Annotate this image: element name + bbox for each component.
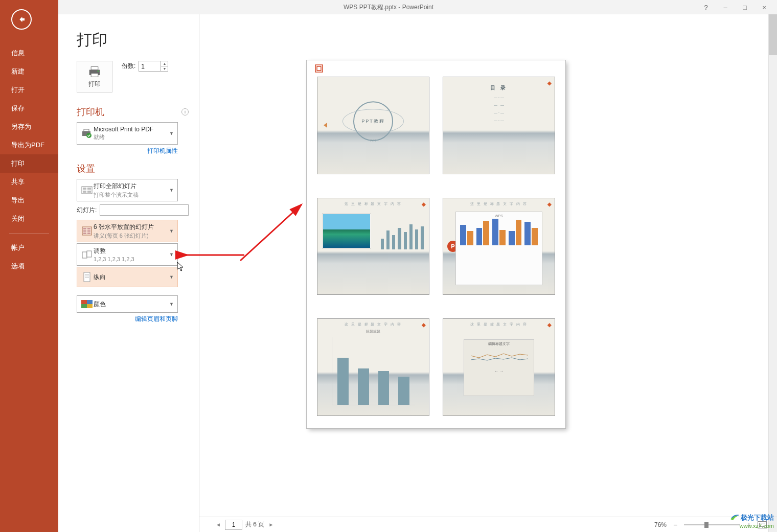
print-settings-panel: 打印 打印 份数: ▲▼ 打印机 i Microsoft Print (58, 14, 199, 532)
preview-scrollbar[interactable] (768, 14, 777, 532)
caret-icon: ▼ (169, 131, 174, 136)
title-bar: WPS PPT教程.pptx - PowerPoint ? – □ × (0, 0, 777, 14)
svg-rect-9 (87, 188, 91, 190)
slide3-bars (381, 214, 424, 249)
page-number-input[interactable] (225, 520, 242, 530)
svg-line-31 (240, 204, 302, 261)
bs-item-open[interactable]: 打开 (0, 81, 58, 99)
slide4-bars (458, 219, 540, 245)
preview-slide-5: ◆ 这 里 是 标 题 文 字 内 容 标题标题 (317, 318, 429, 416)
settings-section-header: 设置 (77, 163, 189, 175)
slides-all-icon (80, 185, 94, 195)
preview-footer: ◄ 共 6 页 ► 76% − + (199, 517, 777, 532)
layout-dropdown[interactable]: 6 张水平放置的幻灯片 讲义(每页 6 张幻灯片) ▼ (77, 220, 178, 242)
printer-status: 就绪 (94, 133, 169, 141)
page-total-label: 共 6 页 (245, 520, 264, 529)
bs-item-close[interactable]: 关闭 (0, 210, 58, 228)
svg-rect-28 (87, 304, 93, 308)
caret-icon: ▼ (169, 302, 174, 307)
svg-rect-2 (91, 73, 98, 77)
fit-to-window-button[interactable] (758, 521, 767, 528)
svg-rect-14 (87, 228, 90, 229)
annotation-arrow-2 (183, 248, 249, 265)
preview-slide-6: ◆ 这 里 是 标 题 文 字 内 容 编辑标题文字 ← → (443, 318, 555, 416)
color-dropdown[interactable]: 颜色 ▼ (77, 295, 178, 313)
bs-item-print[interactable]: 打印 (0, 154, 58, 173)
printer-section-header: 打印机 i (77, 106, 189, 118)
zoom-in-button[interactable]: + (745, 521, 752, 529)
copies-up[interactable]: ▲ (161, 61, 168, 66)
portrait-icon (80, 271, 94, 283)
back-button[interactable] (11, 9, 32, 30)
svg-point-3 (98, 70, 99, 72)
printer-dropdown[interactable]: Microsoft Print to PDF 就绪 ▼ (77, 122, 178, 145)
printer-name: Microsoft Print to PDF (94, 126, 169, 133)
collate-dropdown[interactable]: 调整 1,2,3 1,2,3 1,2,3 ▼ (77, 243, 178, 266)
printer-status-icon (80, 128, 94, 138)
svg-rect-29 (315, 65, 323, 72)
copies-input[interactable] (139, 61, 161, 71)
svg-point-6 (86, 133, 92, 138)
slides-range-input[interactable] (100, 204, 189, 216)
preview-page: PPT教程 PPT ◆ 目 录 — · —— · —— · —— · — ◆ 这… (307, 60, 565, 428)
svg-rect-26 (87, 300, 93, 304)
zoom-out-button[interactable]: − (672, 521, 679, 529)
svg-rect-27 (81, 304, 87, 308)
orientation-dropdown[interactable]: 纵向 ▼ (77, 267, 178, 287)
svg-rect-13 (83, 228, 86, 229)
svg-rect-8 (83, 188, 86, 190)
svg-rect-15 (83, 230, 86, 232)
print-preview-pane: PPT教程 PPT ◆ 目 录 — · —— · —— · —— · — ◆ 这… (199, 14, 777, 532)
bs-item-saveas[interactable]: 另存为 (0, 118, 58, 136)
bs-item-new[interactable]: 新建 (0, 62, 58, 81)
copies-spinner[interactable]: ▲▼ (139, 61, 168, 72)
bs-item-save[interactable]: 保存 (0, 99, 58, 118)
page-marker-icon (315, 64, 323, 73)
close-button[interactable]: × (755, 0, 774, 14)
bs-item-options[interactable]: 选项 (0, 257, 58, 275)
bs-item-info[interactable]: 信息 (0, 44, 58, 62)
preview-slide-3: ◆ 这 里 是 标 题 文 字 内 容 (317, 198, 429, 295)
svg-rect-18 (87, 233, 90, 234)
svg-rect-1 (91, 66, 98, 70)
printer-icon (87, 65, 102, 78)
preview-slide-4: ◆ 这 里 是 标 题 文 字 内 容 P WPS (443, 198, 555, 295)
copies-label: 份数: (122, 62, 135, 71)
bs-item-account[interactable]: 帐户 (0, 239, 58, 257)
caret-icon: ▼ (169, 252, 174, 257)
backstage-sidebar: 信息 新建 打开 保存 另存为 导出为PDF 打印 共享 导出 关闭 帐户 选项 (0, 0, 58, 532)
info-icon[interactable]: i (181, 108, 189, 115)
help-button[interactable]: ? (696, 0, 716, 14)
svg-rect-25 (81, 300, 87, 304)
maximize-button[interactable]: □ (735, 0, 755, 14)
collate-icon (80, 249, 94, 260)
caret-icon: ▼ (169, 228, 174, 234)
svg-rect-17 (83, 233, 86, 234)
color-icon (80, 300, 94, 308)
print-scope-dropdown[interactable]: 打印全部幻灯片 打印整个演示文稿 ▼ (77, 179, 178, 201)
slide6-lines (464, 346, 534, 367)
print-button[interactable]: 打印 (77, 61, 112, 92)
back-arrow-icon (17, 15, 26, 24)
prev-page-button[interactable]: ◄ (215, 521, 222, 528)
bs-item-export[interactable]: 导出 (0, 191, 58, 210)
svg-rect-10 (83, 191, 86, 193)
svg-rect-20 (87, 251, 92, 257)
svg-rect-19 (82, 252, 87, 258)
slides-range-label: 幻灯片: (77, 206, 97, 215)
svg-rect-21 (84, 272, 90, 282)
bs-item-share[interactable]: 共享 (0, 173, 58, 191)
minimize-button[interactable]: – (716, 0, 735, 14)
zoom-slider[interactable] (684, 524, 740, 525)
next-page-button[interactable]: ► (267, 521, 275, 528)
zoom-level-label: 76% (654, 521, 667, 528)
print-button-label: 打印 (88, 80, 101, 88)
header-footer-link[interactable]: 编辑页眉和页脚 (77, 315, 178, 323)
caret-icon: ▼ (169, 274, 174, 280)
bs-item-exportpdf[interactable]: 导出为PDF (0, 136, 58, 154)
svg-rect-16 (87, 230, 90, 232)
printer-properties-link[interactable]: 打印机属性 (77, 147, 178, 155)
caret-icon: ▼ (169, 188, 174, 193)
preview-slide-2: ◆ 目 录 — · —— · —— · —— · — (443, 77, 555, 174)
copies-down[interactable]: ▼ (161, 66, 168, 71)
